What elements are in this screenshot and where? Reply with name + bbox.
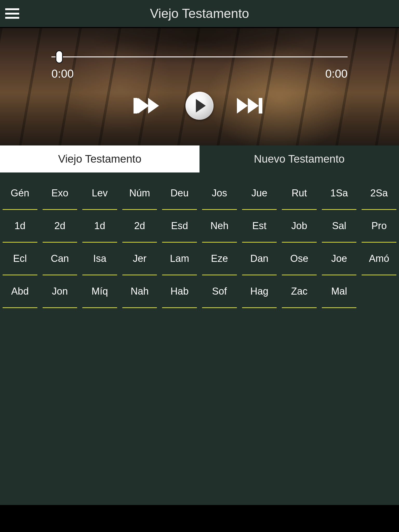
total-time: 0:00 — [325, 67, 348, 80]
progress-slider[interactable] — [51, 56, 348, 57]
player-background-image — [0, 28, 399, 145]
book-item[interactable]: Job — [279, 210, 319, 243]
book-item[interactable]: Jon — [40, 275, 80, 308]
book-item[interactable]: Joe — [319, 243, 359, 275]
svg-marker-3 — [137, 98, 148, 114]
book-label: Abd — [3, 275, 37, 308]
book-label: Ose — [282, 243, 317, 275]
book-item[interactable]: Ose — [279, 243, 319, 275]
book-item[interactable]: Sof — [200, 275, 240, 308]
book-item[interactable]: Deu — [159, 177, 200, 210]
book-item[interactable]: Sal — [319, 210, 359, 243]
book-item[interactable]: Hab — [159, 275, 200, 308]
book-label: Zac — [282, 275, 317, 308]
next-button[interactable] — [237, 97, 265, 115]
book-item[interactable]: Isa — [80, 243, 120, 275]
book-item[interactable]: 2d — [40, 210, 80, 243]
books-panel: GénExoLevNúmDeuJosJueRut1Sa2Sa1d2d1d2dEs… — [0, 172, 399, 505]
tab-old-testament[interactable]: Viejo Testamento — [0, 145, 200, 172]
elapsed-time: 0:00 — [51, 67, 74, 80]
book-item[interactable]: Míq — [80, 275, 120, 308]
menu-button[interactable] — [5, 8, 19, 19]
book-label: 1d — [82, 210, 117, 243]
book-label: 2Sa — [362, 177, 396, 210]
book-label: Jue — [242, 177, 277, 210]
book-item[interactable]: Núm — [120, 177, 160, 210]
book-item[interactable]: Zac — [279, 275, 319, 308]
book-item[interactable]: 1d — [0, 210, 40, 243]
book-item[interactable]: Lev — [80, 177, 120, 210]
book-item[interactable]: Exo — [40, 177, 80, 210]
book-label: 2d — [43, 210, 77, 243]
book-label: Lam — [162, 243, 197, 275]
skip-next-icon — [237, 97, 265, 115]
book-label: Jon — [43, 275, 77, 308]
svg-marker-5 — [237, 98, 248, 114]
book-label: Eze — [202, 243, 237, 275]
book-item[interactable]: 1d — [80, 210, 120, 243]
book-item[interactable]: Abd — [0, 275, 40, 308]
book-label: Sal — [322, 210, 357, 243]
book-item[interactable]: Mal — [319, 275, 359, 308]
tab-new-testament[interactable]: Nuevo Testamento — [200, 145, 399, 172]
app-header: Viejo Testamento — [0, 0, 399, 28]
book-label: Sof — [202, 275, 237, 308]
book-item[interactable]: Gén — [0, 177, 40, 210]
book-item[interactable]: Lam — [159, 243, 200, 275]
book-item[interactable]: Jos — [200, 177, 240, 210]
book-item[interactable]: Dan — [240, 243, 280, 275]
play-button[interactable] — [185, 92, 214, 120]
book-label: Rut — [282, 177, 317, 210]
book-item[interactable]: Amó — [359, 243, 399, 275]
book-label: Pro — [362, 210, 396, 243]
hamburger-icon — [5, 13, 19, 15]
book-item[interactable]: Jer — [120, 243, 160, 275]
books-grid: GénExoLevNúmDeuJosJueRut1Sa2Sa1d2d1d2dEs… — [0, 177, 399, 308]
book-item[interactable]: Esd — [159, 210, 200, 243]
book-label: Dan — [242, 243, 277, 275]
book-label: Hab — [162, 275, 197, 308]
book-item[interactable]: Neh — [200, 210, 240, 243]
skip-previous-icon — [134, 97, 162, 115]
book-label: Nah — [122, 275, 157, 308]
book-label: 2d — [122, 210, 157, 243]
book-label: Neh — [202, 210, 237, 243]
book-item[interactable]: Rut — [279, 177, 319, 210]
book-item[interactable]: Jue — [240, 177, 280, 210]
book-label: Joe — [322, 243, 357, 275]
slider-thumb[interactable] — [56, 50, 63, 63]
book-item[interactable]: Pro — [359, 210, 399, 243]
slider-track — [51, 56, 348, 57]
book-label: 1d — [3, 210, 37, 243]
book-item[interactable]: Est — [240, 210, 280, 243]
book-label: Can — [43, 243, 77, 275]
svg-rect-7 — [259, 98, 262, 114]
book-item[interactable]: Can — [40, 243, 80, 275]
hamburger-icon — [5, 8, 19, 10]
book-item[interactable]: 2Sa — [359, 177, 399, 210]
book-label: Esd — [162, 210, 197, 243]
book-label: Est — [242, 210, 277, 243]
book-label: 1Sa — [322, 177, 357, 210]
book-label: Isa — [82, 243, 117, 275]
testament-tabs: Viejo Testamento Nuevo Testamento — [0, 145, 399, 172]
book-label: Mal — [322, 275, 357, 308]
hamburger-icon — [5, 17, 19, 19]
previous-button[interactable] — [134, 97, 162, 115]
book-label: Exo — [43, 177, 77, 210]
time-display: 0:00 0:00 — [51, 67, 348, 80]
book-item[interactable]: Ecl — [0, 243, 40, 275]
book-item[interactable]: Nah — [120, 275, 160, 308]
book-label: Míq — [82, 275, 117, 308]
svg-marker-4 — [148, 98, 159, 114]
book-item[interactable]: Hag — [240, 275, 280, 308]
page-title: Viejo Testamento — [0, 6, 399, 21]
book-item[interactable]: 1Sa — [319, 177, 359, 210]
book-item[interactable]: Eze — [200, 243, 240, 275]
book-label: Ecl — [3, 243, 37, 275]
book-label: Job — [282, 210, 317, 243]
book-item[interactable]: 2d — [120, 210, 160, 243]
audio-player: 0:00 0:00 — [0, 28, 399, 145]
book-label: Jos — [202, 177, 237, 210]
footer-spacer — [0, 505, 399, 532]
